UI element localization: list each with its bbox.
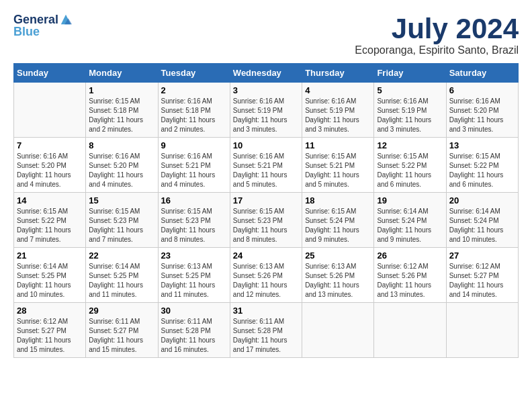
day-info: Sunrise: 6:14 AM Sunset: 5:25 PM Dayligh… bbox=[89, 262, 154, 300]
calendar-cell: 1Sunrise: 6:15 AM Sunset: 5:18 PM Daylig… bbox=[86, 83, 158, 138]
calendar-week-row: 28Sunrise: 6:12 AM Sunset: 5:27 PM Dayli… bbox=[14, 303, 519, 358]
calendar-cell: 4Sunrise: 6:16 AM Sunset: 5:19 PM Daylig… bbox=[302, 83, 374, 138]
day-info: Sunrise: 6:16 AM Sunset: 5:20 PM Dayligh… bbox=[89, 152, 154, 189]
page-header: General Blue July 2024 Ecoporanga, Espir… bbox=[13, 13, 519, 56]
day-info: Sunrise: 6:16 AM Sunset: 5:21 PM Dayligh… bbox=[233, 152, 299, 189]
day-number: 19 bbox=[377, 195, 443, 205]
calendar-week-row: 7Sunrise: 6:16 AM Sunset: 5:20 PM Daylig… bbox=[14, 138, 519, 193]
calendar-cell: 8Sunrise: 6:16 AM Sunset: 5:20 PM Daylig… bbox=[86, 138, 158, 193]
header-tuesday: Tuesday bbox=[158, 64, 230, 83]
day-number: 23 bbox=[161, 250, 227, 261]
day-number: 20 bbox=[449, 195, 515, 205]
calendar-cell: 6Sunrise: 6:16 AM Sunset: 5:20 PM Daylig… bbox=[446, 83, 518, 138]
calendar-cell: 11Sunrise: 6:15 AM Sunset: 5:21 PM Dayli… bbox=[302, 138, 374, 193]
calendar-cell: 2Sunrise: 6:16 AM Sunset: 5:18 PM Daylig… bbox=[158, 83, 230, 138]
calendar-cell bbox=[302, 303, 374, 358]
header-saturday: Saturday bbox=[446, 64, 518, 83]
day-number: 7 bbox=[17, 140, 83, 150]
day-number: 14 bbox=[17, 195, 83, 205]
day-number: 21 bbox=[17, 250, 83, 261]
day-info: Sunrise: 6:16 AM Sunset: 5:19 PM Dayligh… bbox=[305, 97, 371, 134]
day-number: 9 bbox=[161, 140, 227, 150]
day-info: Sunrise: 6:13 AM Sunset: 5:26 PM Dayligh… bbox=[305, 262, 371, 300]
day-info: Sunrise: 6:14 AM Sunset: 5:25 PM Dayligh… bbox=[17, 262, 83, 300]
day-info: Sunrise: 6:14 AM Sunset: 5:24 PM Dayligh… bbox=[449, 207, 515, 244]
day-number: 4 bbox=[305, 85, 371, 95]
calendar-week-row: 14Sunrise: 6:15 AM Sunset: 5:22 PM Dayli… bbox=[14, 193, 519, 248]
calendar-cell: 23Sunrise: 6:13 AM Sunset: 5:25 PM Dayli… bbox=[158, 248, 230, 303]
header-wednesday: Wednesday bbox=[230, 64, 302, 83]
calendar-week-row: 1Sunrise: 6:15 AM Sunset: 5:18 PM Daylig… bbox=[14, 83, 519, 138]
calendar-cell: 9Sunrise: 6:16 AM Sunset: 5:21 PM Daylig… bbox=[158, 138, 230, 193]
calendar-cell: 17Sunrise: 6:15 AM Sunset: 5:23 PM Dayli… bbox=[230, 193, 302, 248]
day-number: 31 bbox=[233, 306, 299, 316]
calendar-cell: 24Sunrise: 6:13 AM Sunset: 5:26 PM Dayli… bbox=[230, 248, 302, 303]
day-number: 30 bbox=[161, 306, 227, 316]
title-section: July 2024 Ecoporanga, Espirito Santo, Br… bbox=[355, 13, 519, 56]
calendar-cell: 10Sunrise: 6:16 AM Sunset: 5:21 PM Dayli… bbox=[230, 138, 302, 193]
calendar-cell bbox=[446, 303, 518, 358]
day-number: 2 bbox=[161, 85, 227, 95]
month-title: July 2024 bbox=[355, 13, 519, 44]
day-info: Sunrise: 6:15 AM Sunset: 5:23 PM Dayligh… bbox=[161, 207, 227, 244]
day-info: Sunrise: 6:11 AM Sunset: 5:27 PM Dayligh… bbox=[89, 317, 154, 355]
day-info: Sunrise: 6:13 AM Sunset: 5:25 PM Dayligh… bbox=[161, 262, 227, 300]
calendar-cell: 7Sunrise: 6:16 AM Sunset: 5:20 PM Daylig… bbox=[14, 138, 86, 193]
day-info: Sunrise: 6:16 AM Sunset: 5:21 PM Dayligh… bbox=[161, 152, 227, 189]
calendar-cell: 22Sunrise: 6:14 AM Sunset: 5:25 PM Dayli… bbox=[86, 248, 158, 303]
calendar-cell: 21Sunrise: 6:14 AM Sunset: 5:25 PM Dayli… bbox=[14, 248, 86, 303]
day-number: 26 bbox=[377, 250, 443, 261]
calendar-cell: 30Sunrise: 6:11 AM Sunset: 5:28 PM Dayli… bbox=[158, 303, 230, 358]
calendar-cell: 20Sunrise: 6:14 AM Sunset: 5:24 PM Dayli… bbox=[446, 193, 518, 248]
calendar-week-row: 21Sunrise: 6:14 AM Sunset: 5:25 PM Dayli… bbox=[14, 248, 519, 303]
calendar-cell: 3Sunrise: 6:16 AM Sunset: 5:19 PM Daylig… bbox=[230, 83, 302, 138]
calendar-cell: 16Sunrise: 6:15 AM Sunset: 5:23 PM Dayli… bbox=[158, 193, 230, 248]
calendar-cell: 28Sunrise: 6:12 AM Sunset: 5:27 PM Dayli… bbox=[14, 303, 86, 358]
calendar-header-row: SundayMondayTuesdayWednesdayThursdayFrid… bbox=[14, 64, 519, 83]
day-info: Sunrise: 6:12 AM Sunset: 5:27 PM Dayligh… bbox=[449, 262, 515, 300]
calendar-cell: 14Sunrise: 6:15 AM Sunset: 5:22 PM Dayli… bbox=[14, 193, 86, 248]
day-number: 6 bbox=[449, 85, 515, 95]
day-info: Sunrise: 6:15 AM Sunset: 5:22 PM Dayligh… bbox=[449, 152, 515, 189]
calendar-cell bbox=[374, 303, 446, 358]
day-info: Sunrise: 6:16 AM Sunset: 5:19 PM Dayligh… bbox=[233, 97, 299, 134]
calendar-table: SundayMondayTuesdayWednesdayThursdayFrid… bbox=[13, 63, 519, 358]
day-number: 25 bbox=[305, 250, 371, 261]
header-monday: Monday bbox=[86, 64, 158, 83]
day-info: Sunrise: 6:15 AM Sunset: 5:18 PM Dayligh… bbox=[89, 97, 154, 134]
day-info: Sunrise: 6:11 AM Sunset: 5:28 PM Dayligh… bbox=[161, 317, 227, 355]
calendar-cell: 25Sunrise: 6:13 AM Sunset: 5:26 PM Dayli… bbox=[302, 248, 374, 303]
day-number: 28 bbox=[17, 306, 83, 316]
calendar-cell bbox=[14, 83, 86, 138]
calendar-cell: 5Sunrise: 6:16 AM Sunset: 5:19 PM Daylig… bbox=[374, 83, 446, 138]
calendar-cell: 31Sunrise: 6:11 AM Sunset: 5:28 PM Dayli… bbox=[230, 303, 302, 358]
day-info: Sunrise: 6:14 AM Sunset: 5:24 PM Dayligh… bbox=[377, 207, 443, 244]
day-info: Sunrise: 6:15 AM Sunset: 5:21 PM Dayligh… bbox=[305, 152, 371, 189]
header-thursday: Thursday bbox=[302, 64, 374, 83]
calendar-cell: 29Sunrise: 6:11 AM Sunset: 5:27 PM Dayli… bbox=[86, 303, 158, 358]
day-info: Sunrise: 6:16 AM Sunset: 5:20 PM Dayligh… bbox=[449, 97, 515, 134]
day-info: Sunrise: 6:16 AM Sunset: 5:19 PM Dayligh… bbox=[377, 97, 443, 134]
day-number: 1 bbox=[89, 85, 154, 95]
day-number: 12 bbox=[377, 140, 443, 150]
day-info: Sunrise: 6:15 AM Sunset: 5:24 PM Dayligh… bbox=[305, 207, 371, 244]
calendar-cell: 26Sunrise: 6:12 AM Sunset: 5:26 PM Dayli… bbox=[374, 248, 446, 303]
day-number: 16 bbox=[161, 195, 227, 205]
calendar-cell: 19Sunrise: 6:14 AM Sunset: 5:24 PM Dayli… bbox=[374, 193, 446, 248]
day-number: 10 bbox=[233, 140, 299, 150]
calendar-cell: 15Sunrise: 6:15 AM Sunset: 5:23 PM Dayli… bbox=[86, 193, 158, 248]
logo: General Blue bbox=[13, 13, 72, 39]
location-title: Ecoporanga, Espirito Santo, Brazil bbox=[355, 44, 519, 56]
day-info: Sunrise: 6:15 AM Sunset: 5:23 PM Dayligh… bbox=[89, 207, 154, 244]
day-number: 29 bbox=[89, 306, 154, 316]
calendar-cell: 27Sunrise: 6:12 AM Sunset: 5:27 PM Dayli… bbox=[446, 248, 518, 303]
day-info: Sunrise: 6:11 AM Sunset: 5:28 PM Dayligh… bbox=[233, 317, 299, 355]
day-number: 15 bbox=[89, 195, 154, 205]
day-number: 5 bbox=[377, 85, 443, 95]
logo-text-blue: Blue bbox=[13, 26, 40, 39]
day-number: 22 bbox=[89, 250, 154, 261]
day-info: Sunrise: 6:16 AM Sunset: 5:18 PM Dayligh… bbox=[161, 97, 227, 134]
calendar-cell: 12Sunrise: 6:15 AM Sunset: 5:22 PM Dayli… bbox=[374, 138, 446, 193]
day-number: 3 bbox=[233, 85, 299, 95]
logo-icon bbox=[60, 13, 72, 26]
